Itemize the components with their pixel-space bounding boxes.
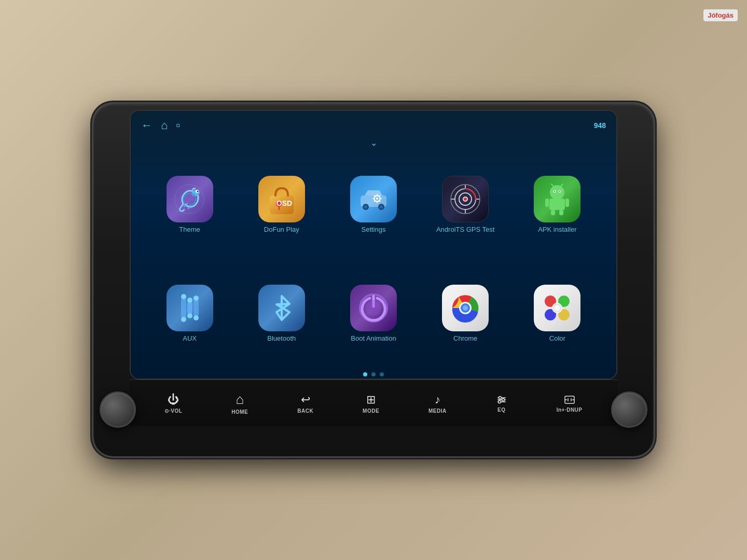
boot-label: Boot Animation [351,334,396,342]
svg-point-47 [181,294,186,299]
home-icon: ⌂ [236,391,244,408]
svg-rect-41 [565,199,569,207]
settings-icon [350,176,397,222]
aux-icon [167,285,213,331]
eq-button[interactable]: EQ [496,394,507,413]
left-knob[interactable] [100,391,136,428]
theme-icon [167,176,213,222]
vol-icon: ⏻ [168,393,179,407]
svg-point-48 [187,298,192,303]
svg-point-31 [464,198,467,201]
right-knob[interactable] [611,391,647,428]
svg-rect-40 [545,199,549,207]
svg-point-50 [181,317,186,322]
svg-line-22 [379,195,380,197]
settings-label: Settings [362,226,386,233]
dofun-icon: OSD [258,176,305,222]
vol-button[interactable]: ⏻ ⊙·VOL [164,393,182,414]
input-icon [564,394,575,405]
bottom-bar: ⏻ ⊙·VOL ⌂ HOME ↩ BACK ⊞ MODE ♪ MEDIA [130,380,617,426]
svg-line-20 [379,201,380,202]
svg-point-51 [187,313,192,318]
app-bluetooth[interactable]: Bluetooth [238,262,325,366]
svg-point-11 [364,205,367,208]
chrome-label: Chrome [453,334,477,342]
page-dot-3 [380,372,384,376]
eq-icon [496,394,507,405]
svg-point-69 [502,398,504,401]
app-grid: Theme [131,150,616,370]
media-icon: ♪ [435,393,440,407]
color-icon [534,285,580,331]
apk-label: APK installer [538,226,576,233]
svg-rect-44 [181,298,186,318]
svg-point-49 [193,296,199,301]
screen: ← ⌂ ▫ 948 ⌄ [131,111,616,379]
svg-point-70 [498,400,501,403]
svg-rect-42 [551,210,555,215]
svg-point-35 [554,191,555,192]
eq-label: EQ [497,407,505,413]
top-nav-icons: ← ⌂ ▫ [141,119,180,132]
gps-icon [442,176,489,222]
app-boot[interactable]: Boot Animation [330,262,417,366]
apk-icon [534,176,580,222]
svg-rect-46 [193,299,199,317]
home-label: HOME [231,409,248,415]
back-icon: ↩ [301,393,310,407]
page-wrapper: Jófogás ← ⌂ ▫ 948 [0,0,747,560]
app-color[interactable]: Color [514,262,601,366]
scroll-chevron: ⌄ [370,138,377,148]
mode-button[interactable]: ⊞ MODE [363,393,379,414]
aux-svg [172,290,208,326]
recent-icon[interactable]: ▫ [176,119,180,132]
input-button[interactable]: In+·DNUP [557,394,583,413]
svg-rect-43 [559,210,563,215]
svg-point-52 [193,315,199,320]
svg-line-37 [551,184,554,186]
input-label: In+·DNUP [557,407,583,413]
color-label: Color [549,334,565,342]
svg-line-38 [561,184,563,186]
boot-svg [355,290,392,326]
home-button[interactable]: ⌂ HOME [231,391,248,415]
svg-point-36 [559,191,560,192]
theme-svg [173,183,206,216]
aux-label: AUX [183,334,197,342]
mode-icon: ⊞ [366,393,376,407]
bluetooth-icon [258,285,305,331]
settings-svg [355,181,392,217]
media-label: MEDIA [428,408,447,414]
time-display: 948 [594,121,606,130]
dofun-label: DoFun Play [264,226,299,233]
mode-label: MODE [363,408,379,414]
back-icon[interactable]: ← [141,119,153,132]
app-gps[interactable]: AndroiTS GPS Test [422,153,509,257]
gps-label: AndroiTS GPS Test [436,226,494,233]
back-button[interactable]: ↩ BACK [297,393,313,414]
svg-rect-45 [187,301,192,315]
gps-svg [447,181,483,217]
back-label: BACK [297,408,313,414]
app-chrome[interactable]: Chrome [422,262,509,366]
brand-logo: Jófogás [703,9,738,21]
svg-point-55 [366,300,381,316]
chrome-icon [442,285,489,331]
dofun-svg: OSD [264,181,300,217]
scroll-indicator: ⌄ [131,138,616,148]
app-aux[interactable]: AUX [146,262,233,366]
svg-line-19 [374,195,375,197]
color-svg [539,290,575,326]
app-settings[interactable]: Settings [330,153,417,257]
top-bar: ← ⌂ ▫ 948 [131,111,616,138]
app-theme[interactable]: Theme [146,153,233,257]
svg-rect-39 [549,199,565,210]
media-button[interactable]: ♪ MEDIA [428,393,447,414]
chrome-svg [447,290,483,326]
home-icon[interactable]: ⌂ [161,119,168,132]
screen-bezel: ← ⌂ ▫ 948 ⌄ [130,110,617,380]
bluetooth-svg [264,290,300,326]
svg-point-58 [463,305,468,311]
app-dofun[interactable]: OSD DoFun Play [238,153,325,257]
app-apk[interactable]: APK installer [514,153,601,257]
